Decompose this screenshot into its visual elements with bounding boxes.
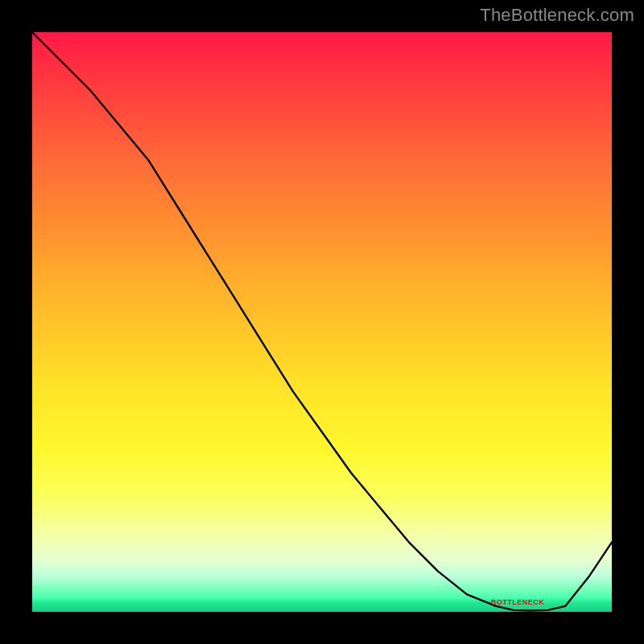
watermark-text: TheBottleneck.com xyxy=(480,5,634,26)
chart-series-line xyxy=(32,32,612,611)
chart-plot-area: BOTTLENECK xyxy=(32,32,612,612)
chart-annotation: BOTTLENECK xyxy=(491,598,545,606)
chart-line-svg xyxy=(32,32,612,612)
